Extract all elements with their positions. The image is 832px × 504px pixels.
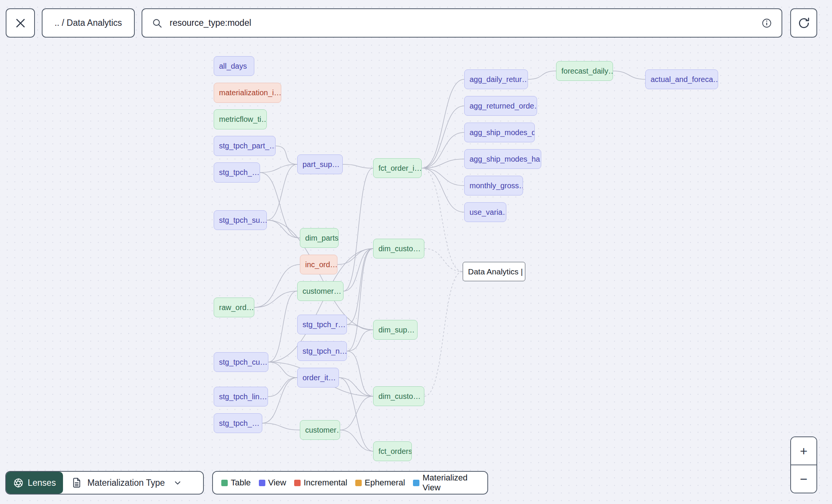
lineage-canvas[interactable]: all_daysmaterialization_i…metricflow_ti…… <box>0 0 832 504</box>
graph-node-agg_ship_d[interactable]: agg_ship_modes_d… <box>464 123 535 142</box>
lineage-edge <box>344 168 373 291</box>
graph-node-all_days[interactable]: all_days <box>214 56 254 76</box>
legend-swatch <box>221 480 228 486</box>
legend-label: Incremental <box>304 478 347 488</box>
graph-node-forecast_daily[interactable]: forecast_daily… <box>556 61 613 81</box>
graph-node-stg_tpch_part[interactable]: stg_tpch_part_… <box>214 136 276 156</box>
search-input[interactable] <box>169 17 755 28</box>
lineage-edge <box>422 168 464 212</box>
graph-node-metricflow_ti[interactable]: metricflow_ti… <box>214 109 267 129</box>
lineage-edge-dashed <box>424 272 463 397</box>
lineage-edge <box>267 220 300 238</box>
lineage-edge <box>528 71 556 79</box>
breadcrumb-label: .. / Data Analytics <box>55 18 122 28</box>
zoom-controls: + − <box>790 436 817 493</box>
legend-label: Ephemeral <box>365 478 405 488</box>
legend-item-ephemeral: Ephemeral <box>355 478 405 488</box>
graph-node-actual_forecast[interactable]: actual_and_foreca… <box>645 69 718 89</box>
lineage-edge <box>347 351 373 396</box>
graph-node-use_varia[interactable]: use_varia… <box>464 202 506 222</box>
lineage-edge-dashed <box>422 168 463 272</box>
legend-swatch <box>294 480 301 486</box>
zoom-out-button[interactable]: − <box>791 465 816 493</box>
search-icon <box>151 17 163 29</box>
refresh-button[interactable] <box>790 8 817 38</box>
graph-node-inc_ord[interactable]: inc_ord… <box>300 255 337 274</box>
lineage-edge <box>337 249 373 265</box>
legend: TableViewIncrementalEphemeralMaterialize… <box>212 471 488 495</box>
graph-node-materialization[interactable]: materialization_i… <box>214 83 281 103</box>
lineage-edge <box>422 168 464 186</box>
lineage-edge <box>262 423 300 430</box>
chevron-down-icon <box>173 478 182 487</box>
lineage-edge <box>340 396 373 430</box>
lineage-edge <box>343 164 373 168</box>
legend-swatch <box>259 480 265 486</box>
graph-node-stg_tpch_n[interactable]: stg_tpch_n… <box>297 341 347 361</box>
lineage-edge <box>276 146 297 165</box>
lineage-edge <box>613 71 645 79</box>
graph-node-fct_orders[interactable]: fct_orders <box>373 441 412 461</box>
lineage-edge <box>422 79 464 168</box>
graph-node-monthly_gross[interactable]: monthly_gross… <box>464 176 523 195</box>
graph-node-stg_tpch_r[interactable]: stg_tpch_r… <box>297 315 347 334</box>
graph-node-stg_tpch_su[interactable]: stg_tpch_su… <box>214 210 267 230</box>
lineage-edge <box>347 330 373 351</box>
lineage-edge <box>347 324 373 330</box>
legend-swatch <box>355 480 362 486</box>
legend-label: Table <box>231 478 251 488</box>
graph-node-dim_sup[interactable]: dim_sup… <box>373 320 418 340</box>
lineage-edge <box>422 106 464 168</box>
document-icon <box>71 477 82 488</box>
lenses-label: Lenses <box>28 478 56 488</box>
graph-node-fct_order_i[interactable]: fct_order_i… <box>373 158 422 178</box>
graph-node-dim_parts[interactable]: dim_parts <box>300 228 339 248</box>
graph-node-stg_tpch_o[interactable]: stg_tpch_… <box>214 413 262 433</box>
lens-control: Lenses Materialization Type <box>5 471 204 495</box>
lineage-edge <box>268 362 297 378</box>
graph-node-stg_tpch_p[interactable]: stg_tpch_… <box>214 162 260 183</box>
lens-selector[interactable]: Materialization Type <box>63 472 203 494</box>
lineage-edge <box>340 430 373 451</box>
lineage-edge <box>347 249 373 324</box>
legend-item-incremental: Incremental <box>294 478 347 488</box>
close-button[interactable] <box>6 8 35 38</box>
search-bar <box>142 8 782 38</box>
graph-node-agg_daily[interactable]: agg_daily_retur… <box>464 69 528 89</box>
legend-item-table: Table <box>221 478 251 488</box>
aperture-icon <box>13 478 24 488</box>
lineage-edge <box>344 249 373 291</box>
graph-node-customer_b[interactable]: customer… <box>300 420 340 440</box>
lineage-edge-dashed <box>424 249 463 272</box>
zoom-in-button[interactable]: + <box>791 437 816 465</box>
graph-node-stg_tpch_cu[interactable]: stg_tpch_cu… <box>214 352 268 372</box>
close-icon <box>14 16 27 30</box>
graph-node-part_sup[interactable]: part_sup… <box>297 154 343 174</box>
legend-label: Materialized View <box>422 473 479 493</box>
legend-item-materialized-view: Materialized View <box>413 473 479 493</box>
graph-node-raw_ord[interactable]: raw_ord… <box>214 298 254 317</box>
refresh-icon <box>797 17 810 30</box>
graph-node-customer_a[interactable]: customer… <box>297 281 344 301</box>
legend-label: View <box>268 478 286 488</box>
lineage-edge <box>260 164 297 173</box>
lenses-button[interactable]: Lenses <box>6 472 63 494</box>
legend-swatch <box>413 480 419 486</box>
lineage-edge <box>339 378 373 396</box>
lineage-edge <box>268 378 297 397</box>
legend-item-view: View <box>259 478 286 488</box>
graph-node-agg_ship_ha[interactable]: agg_ship_modes_ha… <box>464 149 541 169</box>
graph-node-dim_custo_a[interactable]: dim_custo… <box>373 239 424 258</box>
graph-node-exposure[interactable]: Data Analytics | … <box>463 262 525 281</box>
lineage-edge <box>254 291 297 307</box>
graph-node-dim_custo_b[interactable]: dim_custo… <box>373 386 424 406</box>
graph-node-agg_returned[interactable]: agg_returned_orde… <box>464 96 537 116</box>
info-icon[interactable] <box>761 17 772 29</box>
lens-selected-label: Materialization Type <box>87 478 165 488</box>
graph-node-order_it[interactable]: order_it… <box>297 368 339 387</box>
graph-node-stg_tpch_lin[interactable]: stg_tpch_lin… <box>214 387 268 406</box>
breadcrumb[interactable]: .. / Data Analytics <box>42 8 135 38</box>
lineage-edge <box>254 265 300 307</box>
